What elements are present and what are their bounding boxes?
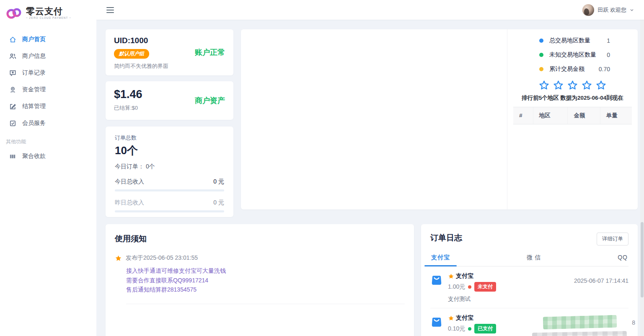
entry-channel: 支付宝 [456, 272, 473, 280]
status-dot [468, 285, 471, 289]
user-name: 田跃 欢迎您 [597, 6, 626, 14]
assets-status: 商户资产 [195, 96, 225, 106]
sidebar-item-label: 聚合收款 [22, 152, 46, 160]
orders-today: 今日订单： 0个 [115, 163, 224, 171]
funds-icon [9, 86, 16, 93]
sidebar: 零云支付 ~ ZERO CLOUD PAYMENT ~ 商户首页 商户信息 [0, 0, 96, 336]
order-log-card: 订单日志 详细订单 支付宝 微 信 QQ 支付宝 [421, 224, 638, 336]
scrollbar[interactable] [640, 20, 644, 336]
income-yesterday-progressbar [115, 210, 224, 212]
dashboard-page: 零云支付 ~ ZERO CLOUD PAYMENT ~ 商户首页 商户信息 [0, 0, 644, 336]
brand-subtitle: ~ ZERO CLOUD PAYMENT ~ [26, 17, 71, 20]
table-header-cell: # [513, 107, 533, 124]
chevron-down-icon [630, 8, 634, 12]
edit-icon [9, 103, 16, 110]
scrollbar-thumb[interactable] [641, 222, 644, 297]
sidebar-item-label: 资金管理 [22, 86, 46, 93]
star-icon [448, 273, 454, 279]
detail-orders-button[interactable]: 详细订单 [597, 233, 628, 246]
home-icon [9, 36, 16, 43]
user-menu[interactable]: 田跃 欢迎您 [582, 4, 634, 16]
legend-label: 未知交易地区数量 [549, 51, 607, 59]
star-outline-icon [538, 80, 550, 91]
table-header-cell: 单量 [600, 107, 632, 124]
region-table-header: # 地区 金额 单量 [513, 107, 632, 124]
income-today-label: 今日总收入 [115, 178, 144, 186]
star-icon [448, 315, 454, 321]
entry-desc: 支付测试 [448, 295, 569, 303]
legend-label: 总交易地区数量 [549, 37, 607, 44]
hamburger-menu-icon[interactable] [106, 7, 114, 13]
sidebar-item-settlement[interactable]: 结算管理 [0, 98, 96, 115]
account-desc: 简约而不失优雅的界面 [114, 62, 225, 70]
tab-qq[interactable]: QQ [617, 251, 628, 266]
income-today-progressbar [115, 189, 224, 191]
notice-card: 使用须知 发布于2025-06-05 23:01:55 接入快手通道可维修支付宝… [106, 224, 414, 336]
avatar [582, 4, 594, 16]
users-icon [9, 53, 16, 60]
entry-amount: 1.00元 [448, 283, 465, 291]
brand: 零云支付 ~ ZERO CLOUD PAYMENT ~ [0, 0, 96, 22]
entry-time: 2025-06-07 17:14:41 [574, 277, 628, 303]
sidebar-item-merchant-home[interactable]: 商户首页 [0, 31, 96, 48]
alipay-bag-icon [430, 316, 443, 328]
orders-today-value: 0个 [146, 163, 155, 170]
assets-card: $1.46 已结算:$0 商户资产 [106, 81, 233, 120]
region-map-area [241, 29, 507, 209]
region-stats-panel: 总交易地区数量 1 未知交易地区数量 0 累计交易金额 0.70 [507, 29, 638, 209]
star-outline-icon [553, 80, 564, 91]
region-stats-card: 总交易地区数量 1 未知交易地区数量 0 累计交易金额 0.70 [241, 29, 638, 209]
tab-wechat[interactable]: 微 信 [526, 251, 542, 266]
order-log-title: 订单日志 [430, 233, 462, 243]
barcode-icon [9, 153, 16, 160]
order-log-entry[interactable]: 支付宝 1.00元 未支付 支付测试 2025-06-07 17:14:41 [430, 266, 628, 308]
sidebar-item-label: 结算管理 [22, 103, 46, 110]
notice-body: 接入快手通道可维修支付宝可大量洗钱 需要合作直接联系QQ99917214 售后通… [126, 266, 405, 295]
user-group-badge: 默认用户组 [114, 49, 149, 59]
income-yesterday-label: 昨日总收入 [115, 199, 144, 207]
income-row-today: 今日总收入 0 元 [115, 178, 224, 186]
legend-label: 累计交易金额 [549, 65, 599, 73]
legend-item: 总交易地区数量 1 [513, 37, 632, 44]
sidebar-menu: 商户首页 商户信息 订单记录 资金管理 [0, 31, 96, 165]
sidebar-item-funds[interactable]: 资金管理 [0, 81, 96, 98]
check-square-icon [9, 120, 16, 127]
legend-dot-yellow [539, 67, 543, 71]
legend-dot-green [539, 53, 543, 57]
legend-value: 0.70 [599, 66, 610, 72]
notice-line: 接入快手通道可维修支付宝可大量洗钱 [126, 266, 405, 276]
sidebar-section-label: 其他功能 [0, 132, 96, 148]
redacted-blob-gray [532, 331, 627, 336]
redacted-blob-green [543, 315, 617, 330]
sidebar-item-label: 会员服务 [22, 119, 46, 127]
sidebar-item-label: 商户首页 [22, 36, 46, 43]
sidebar-item-merchant-info[interactable]: 商户信息 [0, 48, 96, 65]
brand-name: 零云支付 [26, 7, 71, 16]
notice-date: 发布于2025-06-05 23:01:55 [126, 254, 198, 262]
entry-amount: 0.10元 [448, 325, 465, 333]
topbar: 田跃 欢迎您 [96, 0, 644, 20]
sidebar-item-aggregate-collection[interactable]: 聚合收款 [0, 148, 96, 165]
uid-text: UID:1000 [114, 36, 225, 45]
status-badge: 已支付 [474, 324, 496, 333]
star-outline-icon [581, 80, 592, 91]
main-content: UID:1000 默认用户组 简约而不失优雅的界面 账户正常 $1.46 已结算… [96, 20, 644, 336]
account-status: 账户正常 [195, 47, 225, 57]
divider [126, 304, 405, 304]
orders-total-label: 订单总数 [115, 134, 224, 142]
region-caption: 排行前5个地区 数据为2025-06-04到现在 [513, 94, 632, 102]
tab-alipay[interactable]: 支付宝 [430, 251, 451, 266]
notice-line: 需要合作直接联系QQ99917214 [126, 276, 405, 285]
notice-date-row: 发布于2025-06-05 23:01:55 [115, 254, 405, 262]
legend-item: 累计交易金额 0.70 [513, 65, 632, 73]
star-outline-icon [595, 80, 607, 91]
status-dot [468, 327, 471, 331]
sidebar-item-member-services[interactable]: 会员服务 [0, 115, 96, 132]
orders-total-value: 10个 [115, 143, 224, 158]
sidebar-item-label: 商户信息 [22, 52, 46, 60]
order-log-entry[interactable]: 支付宝 0.10元 已支付 付费资源-零云博客 8 [430, 308, 628, 336]
sidebar-item-order-records[interactable]: 订单记录 [0, 65, 96, 81]
order-chat-icon [9, 70, 16, 77]
income-row-yesterday: 昨日总收入 0 元 [115, 199, 224, 207]
legend-value: 0 [607, 52, 610, 58]
